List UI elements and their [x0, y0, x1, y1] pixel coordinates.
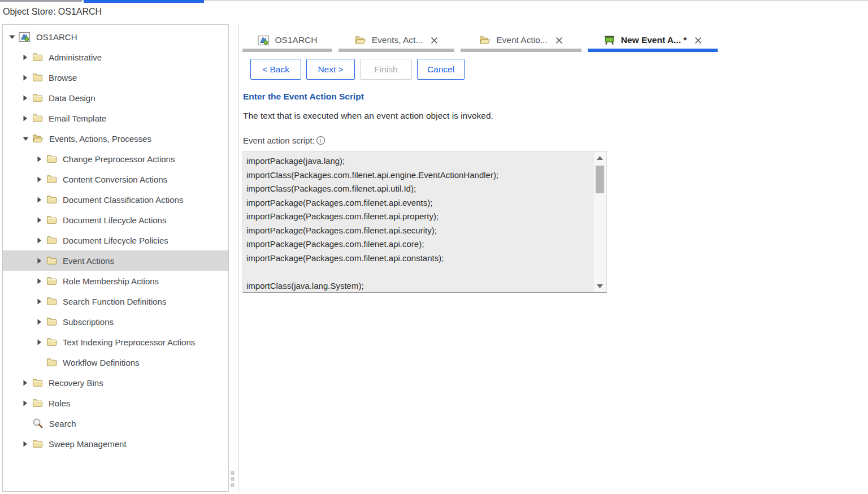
scrollbar-thumb[interactable]: [596, 166, 604, 193]
back-button[interactable]: < Back: [250, 59, 301, 80]
object-store-icon: [19, 32, 31, 42]
scroll-down-button[interactable]: [594, 281, 606, 291]
wizard-step-title: Enter the Event Action Script: [243, 92, 364, 102]
close-icon[interactable]: [555, 37, 563, 44]
tree-item-label: Recovery Bins: [49, 378, 103, 388]
grip-dot-icon: [231, 471, 235, 475]
scrollbar-track[interactable]: [594, 152, 606, 292]
tree-item-recovery-bins[interactable]: Recovery Bins: [3, 372, 228, 393]
acce-window: Object Store: OS1ARCH OS1ARCHAdministrat…: [0, 0, 868, 494]
folder-icon: [46, 358, 57, 367]
folder-icon: [32, 53, 43, 62]
panel-splitter-handle[interactable]: [231, 470, 235, 488]
caret-right-icon[interactable]: [23, 380, 32, 386]
code-line: importPackage(Packages.com.filenet.api.p…: [246, 210, 593, 224]
caret-right-icon[interactable]: [37, 197, 46, 203]
caret-right-icon[interactable]: [23, 54, 32, 60]
tab-os1arch[interactable]: OS1ARCH: [242, 28, 332, 52]
info-icon[interactable]: i: [316, 136, 326, 145]
svg-text:i: i: [320, 137, 322, 144]
wizard-step-description: The text that is executed when an event …: [243, 111, 493, 121]
object-store-icon: [258, 35, 270, 46]
wizard-button-row: < BackNext >FinishCancel: [250, 59, 465, 80]
folder-icon: [46, 195, 57, 204]
tree-item-label: Role Membership Actions: [63, 276, 159, 286]
folder-icon: [46, 236, 57, 245]
caret-right-icon[interactable]: [23, 400, 32, 406]
tree-item-label: Roles: [49, 398, 70, 408]
folder-icon: [46, 337, 57, 346]
tree-item-label: Change Preprocessor Actions: [63, 154, 175, 164]
code-line: importClass(Packages.com.filenet.api.eng…: [246, 168, 593, 183]
close-icon[interactable]: [695, 37, 702, 44]
caret-right-icon[interactable]: [37, 319, 46, 325]
tree-item-search[interactable]: Search: [3, 413, 228, 434]
document-tab-bar: OS1ARCHEvents, Act...Event Actio...New E…: [242, 28, 718, 52]
caret-right-icon[interactable]: [37, 258, 46, 264]
caret-right-icon[interactable]: [37, 156, 46, 162]
caret-right-icon[interactable]: [37, 278, 46, 284]
object-store-header: Object Store: OS1ARCH: [3, 7, 102, 17]
caret-right-icon[interactable]: [23, 95, 32, 101]
tree-item-label: Document Classification Actions: [63, 195, 183, 205]
caret-down-icon[interactable]: [23, 136, 32, 141]
caret-right-icon[interactable]: [37, 176, 46, 183]
folder-icon: [32, 93, 43, 102]
top-tab-strip-active: [84, 0, 204, 3]
tab-events-act[interactable]: Events, Act...: [338, 28, 454, 52]
code-line: importClass(Packages.com.filenet.api.uti…: [246, 182, 593, 196]
tree-item-events-actions-processes[interactable]: Events, Actions, Processes: [3, 128, 228, 149]
folder-open-icon: [32, 134, 44, 143]
caret-right-icon[interactable]: [37, 237, 46, 244]
tree-item-label: Workflow Definitions: [63, 358, 140, 367]
panel-divider: [238, 24, 238, 492]
tree-item-roles[interactable]: Roles: [3, 393, 228, 413]
caret-down-icon[interactable]: [9, 34, 19, 40]
tab-label: Events, Act...: [372, 35, 423, 45]
tree-item-document-lifecycle-policies[interactable]: Document Lifecycle Policies: [3, 230, 228, 250]
tree-item-label: Subscriptions: [63, 317, 114, 327]
tree-item-data-design[interactable]: Data Design: [3, 88, 228, 108]
caret-right-icon[interactable]: [37, 339, 46, 345]
tree-item-administrative[interactable]: Administrative: [3, 47, 228, 67]
caret-right-icon[interactable]: [23, 75, 32, 81]
grip-dot-icon: [231, 477, 235, 481]
folder-icon: [46, 317, 57, 326]
tree-item-subscriptions[interactable]: Subscriptions: [3, 311, 228, 332]
tree-item-workflow-definitions[interactable]: Workflow Definitions: [3, 352, 228, 372]
tree-item-search-function-definitions[interactable]: Search Function Definitions: [3, 291, 228, 311]
tree-item-text-indexing-preprocessor-actions[interactable]: Text Indexing Preprocessor Actions: [3, 332, 228, 352]
tree-item-sweep-management[interactable]: Sweep Management: [3, 434, 228, 454]
code-line: importPackage(Packages.com.filenet.api.s…: [246, 224, 593, 238]
tree-item-email-template[interactable]: Email Template: [3, 108, 228, 128]
caret-right-icon[interactable]: [23, 441, 32, 447]
tree-item-document-classification-actions[interactable]: Document Classification Actions: [3, 189, 228, 210]
scroll-up-button[interactable]: [594, 153, 606, 162]
tab-new-event-a[interactable]: New Event A... *: [588, 28, 718, 52]
tree-item-event-actions[interactable]: Event Actions: [3, 250, 228, 271]
tree-item-document-lifecycle-actions[interactable]: Document Lifecycle Actions: [3, 210, 228, 230]
caret-right-icon[interactable]: [23, 115, 32, 122]
code-line: importPackage(Packages.com.filenet.api.c…: [246, 237, 593, 252]
next-button[interactable]: Next >: [306, 59, 355, 80]
tab-label: New Event A... *: [621, 35, 687, 45]
script-textarea[interactable]: importPackage(java.lang);importClass(Pac…: [242, 151, 607, 293]
tree-item-os1arch[interactable]: OS1ARCH: [3, 27, 228, 47]
code-line: importPackage(java.lang);: [246, 154, 593, 168]
tab-event-actio[interactable]: Event Actio...: [461, 28, 581, 52]
close-icon[interactable]: [431, 37, 438, 44]
tree-item-label: Data Design: [49, 93, 96, 103]
tree-item-change-preprocessor-actions[interactable]: Change Preprocessor Actions: [3, 149, 228, 169]
folder-icon: [46, 215, 57, 224]
cancel-button[interactable]: Cancel: [417, 59, 465, 80]
tree-item-label: Email Template: [49, 114, 106, 123]
caret-right-icon[interactable]: [37, 298, 46, 305]
caret-right-icon[interactable]: [37, 217, 46, 223]
tree-item-content-conversion-actions[interactable]: Content Conversion Actions: [3, 169, 228, 189]
tree-item-browse[interactable]: Browse: [3, 67, 228, 88]
folder-open-icon: [355, 36, 366, 45]
tree-item-role-membership-actions[interactable]: Role Membership Actions: [3, 271, 228, 291]
script-field-row: Event action script: i: [243, 136, 326, 145]
folder-icon: [32, 398, 43, 408]
folder-icon: [46, 154, 57, 163]
